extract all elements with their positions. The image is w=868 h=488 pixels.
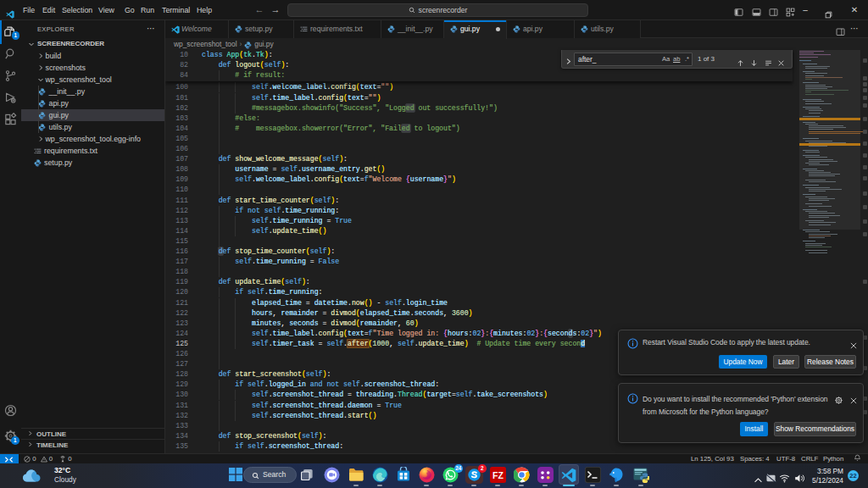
svg-text:FZ: FZ [492,470,504,480]
